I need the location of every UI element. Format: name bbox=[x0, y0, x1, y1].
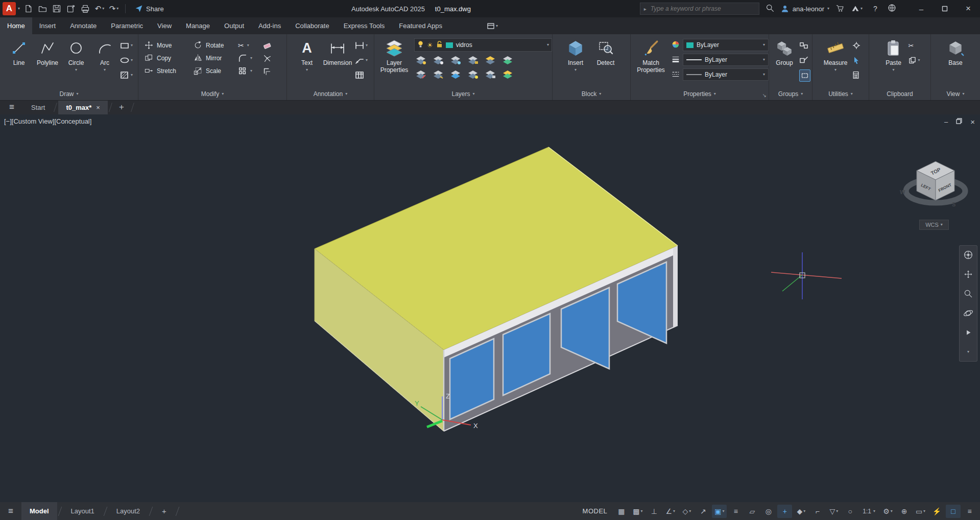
id-point-button[interactable] bbox=[852, 40, 861, 51]
erase-button[interactable] bbox=[262, 40, 281, 50]
table-button[interactable] bbox=[354, 69, 368, 81]
object-snap-toggle[interactable]: ▣▾ bbox=[712, 505, 727, 518]
leader-button[interactable]: ▾ bbox=[354, 55, 368, 66]
polar-tracking-toggle[interactable]: ∠▾ bbox=[663, 505, 678, 518]
layer-color-swatch[interactable] bbox=[446, 42, 453, 48]
panel-modify-label[interactable]: Modify▾ bbox=[138, 88, 286, 100]
rotate-button[interactable]: Rotate bbox=[193, 40, 238, 50]
customize-button[interactable]: ≡ bbox=[962, 505, 977, 518]
lineweight-dropdown[interactable]: ByLayer ▾ bbox=[683, 54, 769, 66]
group-selection-toggle[interactable] bbox=[799, 69, 810, 82]
search-expand-icon[interactable]: ▸ bbox=[644, 6, 647, 12]
share-button[interactable]: Share bbox=[131, 5, 168, 13]
selection-cycling-toggle[interactable]: ◎ bbox=[761, 505, 776, 518]
object-snap-tracking-toggle[interactable]: ↗ bbox=[696, 505, 710, 518]
maximize-button[interactable] bbox=[933, 0, 957, 17]
layer-freeze-button[interactable] bbox=[449, 55, 462, 66]
quick-calculator-button[interactable] bbox=[852, 69, 861, 81]
layer-walk-button[interactable] bbox=[449, 69, 462, 80]
drawing-viewport[interactable]: [−][Custom View][Conceptual] – × bbox=[0, 114, 980, 502]
close-tab-icon[interactable]: × bbox=[96, 104, 100, 111]
measure-button[interactable]: Measure ▾ bbox=[820, 35, 851, 88]
layer-match-button[interactable] bbox=[414, 69, 427, 80]
new-layout-button[interactable]: + bbox=[154, 502, 175, 520]
notifications-icon[interactable] bbox=[888, 4, 896, 14]
help-icon[interactable]: ? bbox=[869, 2, 881, 15]
ortho-toggle[interactable]: ⊥ bbox=[647, 505, 661, 518]
model-space-button[interactable]: MODEL bbox=[583, 507, 608, 515]
account-menu[interactable]: ana-leonor ▾ bbox=[780, 4, 829, 13]
orbit-icon[interactable] bbox=[962, 307, 974, 319]
paste-button[interactable]: Paste ▾ bbox=[879, 35, 907, 88]
3d-object-snap-toggle[interactable]: ◆▾ bbox=[794, 505, 808, 518]
match-properties-button[interactable]: Match Properties bbox=[634, 35, 668, 88]
offset-button[interactable] bbox=[262, 66, 281, 76]
new-file-button[interactable] bbox=[22, 2, 34, 15]
stretch-button[interactable]: Stretch bbox=[144, 66, 193, 76]
save-button[interactable] bbox=[51, 2, 63, 15]
layout2-tab[interactable]: Layout2 bbox=[108, 502, 148, 520]
new-drawing-tab-button[interactable]: + bbox=[113, 100, 130, 114]
panel-draw-label[interactable]: Draw▾ bbox=[0, 88, 138, 100]
quick-select-button[interactable] bbox=[852, 55, 861, 66]
workspace-switcher[interactable]: ⚙▾ bbox=[880, 505, 895, 518]
status-tray-button[interactable]: ▭▾ bbox=[913, 505, 928, 518]
layout1-tab[interactable]: Layout1 bbox=[63, 502, 103, 520]
tab-manage[interactable]: Manage bbox=[179, 17, 217, 34]
tab-featured-apps[interactable]: Featured Apps bbox=[392, 17, 449, 34]
tab-collaborate[interactable]: Collaborate bbox=[288, 17, 337, 34]
file-tab-document[interactable]: t0_max* × bbox=[58, 100, 107, 114]
tab-parametric[interactable]: Parametric bbox=[104, 17, 150, 34]
annotation-scale-button[interactable]: 1:1▾ bbox=[859, 508, 879, 515]
redo-button[interactable]: ↷▾ bbox=[108, 2, 120, 15]
viewport-controls[interactable]: [−][Custom View][Conceptual] bbox=[4, 117, 91, 125]
insert-button[interactable]: Insert ▾ bbox=[562, 35, 589, 88]
dynamic-ucs-toggle[interactable]: ⌐ bbox=[810, 505, 825, 518]
annotation-autoscale-toggle[interactable]: ⊕ bbox=[897, 505, 912, 518]
panel-properties-label[interactable]: Properties▾↘ bbox=[631, 88, 769, 100]
tab-output[interactable]: Output bbox=[217, 17, 251, 34]
linear-dimension-button[interactable]: ▾ bbox=[354, 40, 368, 51]
zoom-icon[interactable] bbox=[962, 288, 974, 300]
panel-view-label[interactable]: View▾ bbox=[931, 88, 980, 100]
ungroup-button[interactable] bbox=[799, 40, 810, 51]
grid-toggle[interactable]: ▦ bbox=[614, 505, 629, 518]
layer-on-button[interactable] bbox=[484, 55, 497, 66]
navbar-menu-icon[interactable]: ▾ bbox=[962, 346, 974, 358]
help-search-box[interactable]: ▸ bbox=[640, 3, 759, 15]
status-menu-icon[interactable]: ≡ bbox=[0, 506, 21, 516]
viewport-close-icon[interactable]: × bbox=[970, 117, 975, 126]
autocad-logo-icon[interactable]: A bbox=[3, 2, 16, 15]
panel-clipboard-label[interactable]: Clipboard bbox=[869, 88, 930, 100]
transparency-toggle[interactable]: ▱ bbox=[745, 505, 759, 518]
fillet-button[interactable]: ▾ bbox=[238, 54, 262, 63]
pan-icon[interactable] bbox=[962, 268, 974, 280]
tab-add-ins[interactable]: Add-ins bbox=[251, 17, 288, 34]
plot-button[interactable] bbox=[79, 2, 91, 15]
gizmo-toggle[interactable]: ○ bbox=[843, 505, 857, 518]
layer-lock-button[interactable] bbox=[466, 55, 480, 66]
undo-button[interactable]: ↶▾ bbox=[93, 2, 106, 15]
layer-dropdown[interactable]: ☀ vidros ▾ bbox=[414, 38, 552, 52]
tab-view[interactable]: View bbox=[150, 17, 179, 34]
tab-annotate[interactable]: Annotate bbox=[63, 17, 104, 34]
search-input[interactable] bbox=[650, 5, 755, 13]
trim-button[interactable]: ✂▾ bbox=[238, 41, 262, 50]
viewcube[interactable]: W S TOP LEFT FRONT bbox=[900, 161, 965, 207]
selection-filter-toggle[interactable]: ▽▾ bbox=[826, 505, 841, 518]
panel-layers-label[interactable]: Layers▾ bbox=[374, 88, 552, 100]
close-button[interactable]: × bbox=[957, 0, 980, 17]
search-icon[interactable] bbox=[766, 4, 774, 14]
panel-utilities-label[interactable]: Utilities▾ bbox=[812, 88, 869, 100]
open-file-button[interactable] bbox=[36, 2, 49, 15]
group-button[interactable]: Group bbox=[771, 35, 798, 88]
viewport-minimize-icon[interactable]: – bbox=[944, 118, 948, 126]
isodraft-toggle[interactable]: ◇▾ bbox=[679, 505, 694, 518]
move-button[interactable]: Move bbox=[144, 40, 193, 50]
base-button[interactable]: Base bbox=[942, 35, 969, 88]
graphics-performance-toggle[interactable]: ⚡ bbox=[929, 505, 944, 518]
app-menu-chevron-icon[interactable]: ▾ bbox=[18, 7, 20, 11]
wcs-dropdown[interactable]: WCS▾ bbox=[919, 220, 949, 230]
ribbon-display-toggle[interactable]: ▾ bbox=[480, 17, 505, 34]
tab-home[interactable]: Home bbox=[0, 17, 32, 34]
